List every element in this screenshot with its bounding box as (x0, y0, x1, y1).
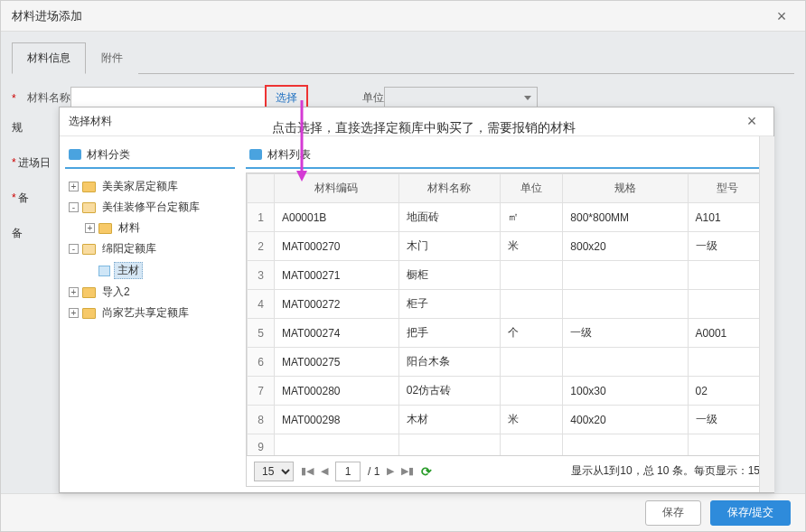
footer: 保存 保存/提交 (1, 493, 805, 531)
folder-icon (98, 223, 112, 234)
next-page-icon[interactable]: ▶ (387, 465, 394, 477)
page-input[interactable] (335, 462, 361, 481)
tree-node[interactable]: +导入2 (67, 282, 233, 303)
table-row[interactable]: 5MAT000274把手个一级A0001 (248, 319, 767, 348)
refresh-icon[interactable]: ⟳ (421, 464, 432, 479)
tree-toggle-icon[interactable]: + (69, 182, 79, 191)
label-unit: 单位 (330, 90, 384, 106)
col-header: 型号 (688, 174, 766, 203)
tree-node[interactable]: +美美家居定额库 (67, 176, 233, 197)
page-total: / 1 (368, 465, 380, 478)
tree-toggle-icon[interactable]: - (69, 202, 79, 212)
folder-icon (82, 244, 96, 255)
tree-label: 绵阳定额库 (99, 241, 159, 257)
modal-title: 选择材料 (69, 114, 112, 129)
arrow-annotation (295, 100, 313, 183)
folder-icon (82, 308, 96, 319)
tab-material-info[interactable]: 材料信息 (12, 42, 86, 74)
instruction-hint: 点击选择，直接选择定额库中购买了，需要报销的材料 (272, 120, 576, 136)
tree-pane: 材料分类 +美美家居定额库-美佳装修平台定额库+材料-绵阳定额库主材+导入2+尚… (60, 136, 240, 492)
tree-node[interactable]: +材料 (67, 218, 233, 238)
tree-label: 尚家艺共享定额库 (99, 305, 192, 321)
tree-node[interactable]: 主材 (67, 259, 233, 282)
modal-close-icon[interactable]: × (739, 112, 764, 131)
tree-label: 材料 (116, 220, 143, 236)
save-button[interactable]: 保存 (645, 500, 701, 526)
obscured-labels: 规 *进场日 *备 备 (12, 120, 55, 261)
table-row[interactable]: 7MAT00028002仿古砖100x3002 (248, 377, 767, 406)
table-row[interactable]: 4MAT000272柜子 (248, 290, 767, 319)
page-size-select[interactable]: 15 (254, 462, 294, 481)
table-row[interactable]: 1A00001B地面砖㎡800*800MMA101 (248, 203, 767, 232)
category-tree: +美美家居定额库-美佳装修平台定额库+材料-绵阳定额库主材+导入2+尚家艺共享定… (65, 173, 235, 487)
col-header: 材料名称 (398, 174, 500, 203)
table-row[interactable]: 3MAT000271橱柜 (248, 261, 767, 290)
leaf-icon (98, 266, 110, 276)
pager: 15 ▮◀ ◀ / 1 ▶ ▶▮ ⟳ 显示从1到10，总 10 条。每页显示：1… (246, 456, 768, 487)
table-row[interactable]: 2MAT000270木门米800x20一级 (248, 232, 767, 261)
chevron-down-icon (524, 96, 531, 100)
first-page-icon[interactable]: ▮◀ (301, 465, 314, 477)
pager-status: 显示从1到10，总 10 条。每页显示：15 (571, 463, 760, 479)
titlebar: 材料进场添加 × (1, 1, 805, 32)
tree-node[interactable]: -绵阳定额库 (67, 238, 233, 259)
col-header (248, 174, 275, 203)
table-header-row: 材料编码材料名称单位规格型号 (248, 174, 767, 203)
material-table: 材料编码材料名称单位规格型号 1A00001B地面砖㎡800*800MMA101… (246, 173, 768, 456)
col-header: 材料编码 (275, 174, 399, 203)
tab-attachments[interactable]: 附件 (86, 42, 138, 74)
tabs: 材料信息 附件 (12, 42, 794, 74)
tree-label: 主材 (114, 262, 143, 279)
tree-header: 材料分类 (65, 142, 235, 169)
folder-icon (82, 287, 96, 298)
tree-toggle-icon[interactable]: + (69, 287, 79, 297)
tree-node[interactable]: +尚家艺共享定额库 (67, 303, 233, 323)
panel-icon (249, 149, 262, 160)
col-header: 规格 (563, 174, 688, 203)
last-page-icon[interactable]: ▶▮ (401, 465, 414, 477)
tree-toggle-icon[interactable]: + (85, 223, 95, 233)
table-row[interactable]: 6MAT000275阳台木条 (248, 348, 767, 377)
tree-label: 美佳装修平台定额库 (99, 200, 202, 215)
scrollbar[interactable] (759, 136, 774, 492)
tree-toggle-icon[interactable]: - (69, 244, 79, 254)
table-row[interactable]: 9 (248, 434, 767, 457)
tree-label: 导入2 (99, 285, 133, 300)
col-header: 单位 (501, 174, 563, 203)
label-material-name: 材料名称 (18, 90, 70, 106)
select-material-modal: 选择材料 × 材料分类 +美美家居定额库-美佳装修平台定额库+材料-绵阳定额库主… (59, 107, 774, 493)
tree-label: 美美家居定额库 (99, 179, 181, 194)
save-submit-button[interactable]: 保存/提交 (710, 500, 791, 526)
tree-node[interactable]: -美佳装修平台定额库 (67, 197, 233, 218)
window-title: 材料进场添加 (12, 1, 82, 32)
folder-icon (82, 182, 96, 192)
folder-icon (82, 202, 96, 213)
prev-page-icon[interactable]: ◀ (321, 465, 328, 477)
table-row[interactable]: 8MAT000298木材米400x20一级 (248, 406, 767, 434)
list-pane: 材料列表 材料编码材料名称单位规格型号 1A00001B地面砖㎡800*800M… (240, 136, 773, 492)
required-star: * (12, 92, 16, 105)
list-header: 材料列表 (246, 142, 768, 169)
panel-icon (69, 149, 81, 160)
close-icon[interactable]: × (769, 1, 794, 32)
svg-marker-1 (296, 171, 307, 182)
tree-toggle-icon[interactable]: + (69, 308, 79, 318)
